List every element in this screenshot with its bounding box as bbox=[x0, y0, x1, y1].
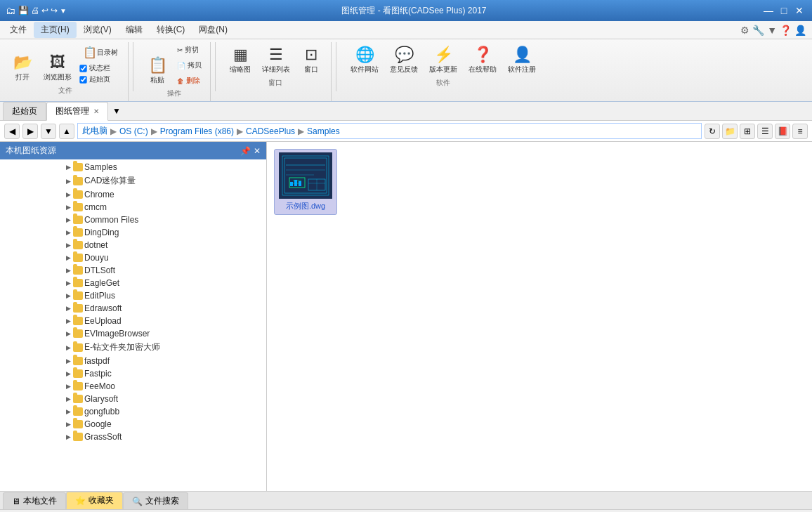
nav-forward-button[interactable]: ▶ bbox=[22, 124, 38, 139]
redo-icon[interactable]: ↪ bbox=[51, 6, 58, 15]
open-icon: 📂 bbox=[13, 53, 32, 72]
sidebar-item-samples[interactable]: ▶ Samples bbox=[0, 161, 266, 173]
sidebar-item-glarysoft[interactable]: ▶ Glarysoft bbox=[0, 393, 266, 405]
sidebar-item-fastpic[interactable]: ▶ Fastpic bbox=[0, 367, 266, 380]
tree-label-edrawsoft: Edrawsoft bbox=[84, 303, 122, 313]
maximize-button[interactable]: □ bbox=[777, 4, 791, 18]
detail-list-button[interactable]: ☰ 详细列表 bbox=[258, 44, 294, 77]
delete-button[interactable]: 🗑 删除 bbox=[174, 74, 204, 87]
folder-view-button[interactable]: 📁 bbox=[722, 124, 738, 139]
folder-icon-grasssoft bbox=[73, 433, 83, 441]
feedback-button[interactable]: 💬 意见反馈 bbox=[386, 44, 422, 77]
help-button[interactable]: ❓ 在线帮助 bbox=[464, 44, 501, 77]
tab-more-button[interactable]: ▼ bbox=[108, 103, 125, 119]
menu-home[interactable]: 主页(H) bbox=[34, 22, 77, 38]
address-actions: ↻ 📁 ⊞ ☰ 📕 ≡ bbox=[705, 124, 808, 139]
sidebar-item-editplus[interactable]: ▶ EditPlus bbox=[0, 289, 266, 302]
thumbnail-button[interactable]: ▦ 缩略图 bbox=[225, 44, 255, 77]
refresh-button[interactable]: ↻ bbox=[705, 124, 720, 139]
statusbar-checkbox[interactable]: 状态栏 bbox=[79, 63, 110, 73]
register-button[interactable]: 👤 软件注册 bbox=[504, 44, 540, 77]
close-button[interactable]: ✕ bbox=[792, 4, 806, 18]
svg-rect-13 bbox=[294, 180, 297, 186]
sidebar-pin-button[interactable]: 📌 bbox=[240, 146, 251, 156]
sidebar-item-encryptor[interactable]: ▶ E-钻文件夹加密大师 bbox=[0, 340, 266, 355]
sidebar-item-dtlsoft[interactable]: ▶ DTLSoft bbox=[0, 264, 266, 277]
path-part-drive[interactable]: OS (C:) bbox=[119, 126, 148, 136]
tree-arrow-dotnet: ▶ bbox=[63, 240, 73, 250]
tree-label-dtlsoft: DTLSoft bbox=[84, 265, 115, 275]
menu-convert[interactable]: 转换(C) bbox=[150, 22, 192, 38]
view-action-btn2[interactable]: ☰ bbox=[757, 124, 773, 139]
update-button[interactable]: ⚡ 版本更新 bbox=[425, 44, 461, 77]
sidebar-item-google[interactable]: ▶ Google bbox=[0, 418, 266, 431]
register-label: 软件注册 bbox=[508, 65, 536, 74]
path-part-cadseeplus[interactable]: CADSeePlus bbox=[246, 126, 295, 136]
ribbon-group-ops-label: 操作 bbox=[167, 88, 181, 98]
menu-browse[interactable]: 浏览(V) bbox=[77, 22, 119, 38]
undo-icon[interactable]: ↩ bbox=[41, 6, 48, 15]
menu-edit[interactable]: 编辑 bbox=[119, 22, 150, 38]
copy-button[interactable]: 📄 拷贝 bbox=[174, 59, 204, 72]
more-action-btn[interactable]: ≡ bbox=[792, 124, 808, 139]
save-icon[interactable]: 💾 bbox=[18, 6, 29, 15]
minimize-button[interactable]: — bbox=[761, 4, 775, 18]
dropdown-icon[interactable]: ▼ bbox=[60, 7, 67, 15]
tab-close-icon[interactable]: ✕ bbox=[93, 107, 99, 115]
sidebar-item-dotnet[interactable]: ▶ dotnet bbox=[0, 239, 266, 251]
catalog-icon: 📋 bbox=[83, 46, 97, 59]
cut-button[interactable]: ✂ 剪切 bbox=[174, 44, 204, 56]
paste-button[interactable]: 📋 粘贴 bbox=[143, 54, 171, 87]
tree-label-cmcm: cmcm bbox=[84, 202, 107, 212]
nav-up-button[interactable]: ▲ bbox=[59, 124, 74, 139]
sidebar-item-gongfubb[interactable]: ▶ gongfubb bbox=[0, 405, 266, 418]
tab-drawing-manager[interactable]: 图纸管理 ✕ bbox=[46, 102, 108, 121]
file-item-example[interactable]: 示例图.dwg bbox=[274, 149, 337, 215]
nav-back-button[interactable]: ◀ bbox=[4, 124, 20, 139]
sidebar-item-chrome[interactable]: ▶ Chrome bbox=[0, 188, 266, 201]
path-part-computer[interactable]: 此电脑 bbox=[82, 125, 107, 137]
window-button[interactable]: ⊡ 窗口 bbox=[297, 44, 325, 77]
pdf-button[interactable]: 📕 bbox=[775, 124, 790, 139]
bottom-tab-favorites[interactable]: ⭐ 收藏夹 bbox=[66, 492, 123, 509]
sidebar-item-eeupload[interactable]: ▶ EeUpload bbox=[0, 315, 266, 327]
tree-arrow-grasssoft: ▶ bbox=[63, 432, 73, 442]
window-icon: ⊡ bbox=[305, 46, 317, 64]
tree-label-cad: CAD迷你算量 bbox=[84, 175, 136, 187]
sidebar-close-button[interactable]: ✕ bbox=[254, 146, 261, 156]
tab-startpage[interactable]: 起始页 bbox=[3, 102, 46, 120]
path-part-programfiles[interactable]: Program Files (x86) bbox=[160, 126, 234, 136]
menu-file[interactable]: 文件 bbox=[3, 22, 34, 38]
tree-arrow-commonfiles: ▶ bbox=[63, 215, 73, 225]
nav-dropdown-button[interactable]: ▼ bbox=[41, 124, 56, 139]
copy-label: 拷贝 bbox=[188, 60, 202, 70]
view-action-btn1[interactable]: ⊞ bbox=[740, 124, 755, 139]
startpage-checkbox[interactable]: 起始页 bbox=[79, 74, 110, 84]
sidebar-item-grasssoft[interactable]: ▶ GrassSoft bbox=[0, 431, 266, 443]
catalog-button[interactable]: 📋 目录树 bbox=[79, 44, 122, 62]
address-path[interactable]: 此电脑 ▶ OS (C:) ▶ Program Files (x86) ▶ CA… bbox=[77, 123, 702, 139]
sidebar-item-evimagebrowser[interactable]: ▶ EVImageBrowser bbox=[0, 327, 266, 340]
sidebar-item-eagleget[interactable]: ▶ EagleGet bbox=[0, 277, 266, 289]
file-thumbnail bbox=[279, 152, 332, 199]
website-button[interactable]: 🌐 软件网站 bbox=[346, 44, 383, 77]
sidebar-item-fastpdf[interactable]: ▶ fastpdf bbox=[0, 355, 266, 367]
bottom-tab-search[interactable]: 🔍 文件搜索 bbox=[123, 492, 188, 509]
tree-label-chrome: Chrome bbox=[84, 190, 114, 199]
print-icon[interactable]: 🖨 bbox=[31, 6, 39, 15]
menu-bar: 文件 主页(H) 浏览(V) 编辑 转换(C) 网盘(N) ⚙ 🔧 ▼ ❓ 👤 bbox=[0, 21, 812, 39]
sidebar-item-dingding[interactable]: ▶ DingDing bbox=[0, 226, 266, 239]
open-button[interactable]: 📂 打开 bbox=[8, 51, 37, 84]
menu-netdisk[interactable]: 网盘(N) bbox=[192, 22, 235, 38]
tree-label-glarysoft: Glarysoft bbox=[84, 394, 118, 404]
path-part-samples[interactable]: Samples bbox=[307, 126, 340, 136]
bottom-tab-local[interactable]: 🖥 本地文件 bbox=[3, 492, 66, 509]
sidebar-item-cad[interactable]: ▶ CAD迷你算量 bbox=[0, 173, 266, 188]
app-icon: 🗂 bbox=[6, 5, 15, 16]
browse-shapes-button[interactable]: 🖼 浏览图形 bbox=[39, 51, 76, 84]
sidebar-item-cmcm[interactable]: ▶ cmcm bbox=[0, 201, 266, 214]
sidebar-item-edrawsoft[interactable]: ▶ Edrawsoft bbox=[0, 302, 266, 315]
sidebar-item-commonfiles[interactable]: ▶ Common Files bbox=[0, 214, 266, 226]
sidebar-item-feemoo[interactable]: ▶ FeeMoo bbox=[0, 380, 266, 393]
sidebar-item-douyu[interactable]: ▶ Douyu bbox=[0, 251, 266, 264]
